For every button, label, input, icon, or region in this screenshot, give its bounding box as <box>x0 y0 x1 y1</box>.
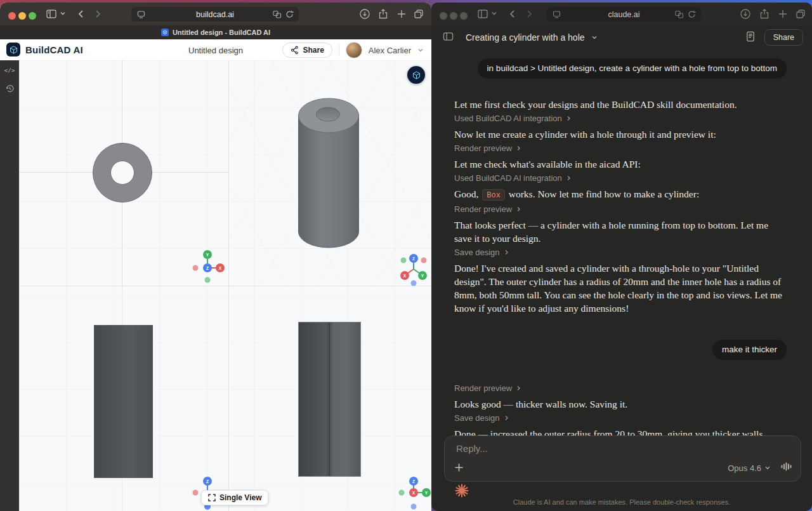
axis-gizmo-top-view[interactable]: Y Z X <box>190 250 225 286</box>
reload-icon[interactable] <box>687 10 697 21</box>
sidebar-menu-chevron-icon[interactable] <box>491 10 497 17</box>
chevron-right-icon <box>504 415 509 421</box>
back-button[interactable] <box>507 8 518 20</box>
voice-input-icon[interactable] <box>781 461 792 474</box>
share-page-icon[interactable] <box>759 8 770 20</box>
svg-text:Y: Y <box>425 491 428 495</box>
reply-composer[interactable]: Opus 4.6 <box>444 435 801 482</box>
cylinder-front-view <box>94 325 153 478</box>
downloads-icon[interactable] <box>740 8 751 20</box>
minimize-window-button[interactable] <box>18 12 26 20</box>
chevron-right-icon <box>504 249 509 255</box>
user-message: make it thicker <box>712 340 787 360</box>
close-window-button[interactable] <box>440 12 447 20</box>
tool-call-link[interactable]: Save design <box>454 413 787 423</box>
svg-text:Z: Z <box>206 479 209 484</box>
downloads-icon[interactable] <box>359 8 370 20</box>
share-page-icon[interactable] <box>377 8 389 20</box>
cylinder-hole <box>110 161 134 185</box>
message-text: works. Now let me find how to make a cyl… <box>506 189 699 199</box>
address-bar[interactable]: claude.ai <box>547 7 701 22</box>
artifact-document-icon[interactable] <box>745 31 756 44</box>
reload-icon[interactable] <box>285 10 294 21</box>
share-label: Share <box>303 46 324 55</box>
chevron-right-icon <box>566 116 572 121</box>
user-name[interactable]: Alex Carlier <box>369 46 411 55</box>
reply-input[interactable] <box>455 442 790 455</box>
sidebar-toggle-icon[interactable] <box>46 8 57 20</box>
hole-edge-line <box>329 322 330 476</box>
inline-code: Box <box>482 189 505 201</box>
chevron-right-icon <box>566 175 572 181</box>
share-conversation-button[interactable]: Share <box>764 29 803 46</box>
tool-call-label: Save design <box>454 413 500 423</box>
z-axis-dot[interactable] <box>411 281 417 286</box>
code-panel-icon[interactable]: </> <box>4 67 15 74</box>
sidebar-menu-chevron-icon[interactable] <box>60 10 66 17</box>
y-axis-dot[interactable] <box>399 490 405 496</box>
x-axis-dot[interactable] <box>193 490 199 496</box>
claude-browser-window: claude.ai <box>431 3 812 511</box>
panel-toggle-icon[interactable] <box>443 31 454 44</box>
zoom-window-button[interactable] <box>460 12 468 20</box>
forward-button[interactable] <box>523 8 535 20</box>
attach-plus-icon[interactable] <box>454 462 464 475</box>
chevron-right-icon <box>516 145 521 151</box>
tool-call-link[interactable]: Used BuildCAD AI integration <box>454 113 787 124</box>
history-icon[interactable] <box>5 84 15 96</box>
tool-call-label: Used BuildCAD AI integration <box>454 173 562 183</box>
chevron-down-icon[interactable] <box>591 34 598 41</box>
single-view-label: Single View <box>219 493 261 502</box>
svg-text:Y: Y <box>421 274 424 278</box>
forward-button[interactable] <box>92 8 103 20</box>
tool-call-label: Save design <box>454 247 500 258</box>
user-message: in buildcad > Untitled design, create a … <box>478 58 787 79</box>
website-icon <box>552 10 561 21</box>
translate-icon[interactable] <box>674 10 684 21</box>
translate-icon[interactable] <box>272 10 282 21</box>
zoom-window-button[interactable] <box>29 12 36 20</box>
tool-call-link[interactable]: Render preview <box>454 204 787 215</box>
conversation-title[interactable]: Creating a cylinder with a hole <box>466 32 585 43</box>
tab-overview-icon[interactable] <box>413 8 424 20</box>
single-view-button[interactable]: Single View <box>201 490 268 505</box>
new-tab-icon[interactable] <box>777 8 789 20</box>
tool-call-link[interactable]: Render preview <box>454 143 787 154</box>
buildcad-browser-window: buildcad.ai <box>0 3 431 511</box>
back-button[interactable] <box>75 8 87 20</box>
model-name: Opus 4.6 <box>728 463 761 473</box>
axis-gizmo-side-view[interactable]: Z X Y <box>396 475 431 510</box>
browser-toolbar: claude.ai <box>431 3 812 25</box>
cylinder-top-view[interactable] <box>93 143 152 202</box>
view-cube-button[interactable] <box>407 66 425 84</box>
z-axis-dot[interactable] <box>411 504 417 510</box>
tool-call-label: Render preview <box>454 204 512 215</box>
tool-call-link[interactable]: Render preview <box>454 383 787 394</box>
chevron-right-icon <box>516 385 521 391</box>
share-button[interactable]: Share <box>282 43 332 58</box>
svg-text:Z: Z <box>412 479 415 484</box>
close-window-button[interactable] <box>8 12 16 20</box>
y-axis-dot[interactable] <box>401 258 407 263</box>
message-text: Good, <box>454 189 481 199</box>
axis-gizmo-iso-view[interactable]: Z X Y <box>396 251 431 287</box>
tool-call-link[interactable]: Save design <box>454 247 787 258</box>
new-tab-icon[interactable] <box>396 8 407 20</box>
share-nodes-icon <box>291 46 299 55</box>
x-axis-dot[interactable] <box>421 258 427 263</box>
address-bar[interactable]: buildcad.ai <box>131 7 299 22</box>
model-selector[interactable]: Opus 4.6 <box>728 463 771 473</box>
y-axis-dot[interactable] <box>205 277 211 283</box>
chevron-down-icon[interactable] <box>417 47 424 53</box>
assistant-message: Done! I've created and saved a cylinder … <box>454 262 787 315</box>
viewport-grid: Y Z X Z X <box>19 60 431 511</box>
browser-tab[interactable]: Untitled design - BuildCAD AI <box>0 25 431 39</box>
assistant-message: Good, Box works. Now let me find how to … <box>454 187 787 202</box>
tool-call-link[interactable]: Used BuildCAD AI integration <box>454 173 787 183</box>
avatar[interactable] <box>346 42 362 58</box>
sidebar-toggle-icon[interactable] <box>477 8 488 20</box>
tab-overview-icon[interactable] <box>795 8 806 20</box>
minimize-window-button[interactable] <box>450 12 457 20</box>
assistant-message: That looks perfect — a cylinder with a h… <box>454 218 787 245</box>
x-axis-dot[interactable] <box>193 265 199 271</box>
